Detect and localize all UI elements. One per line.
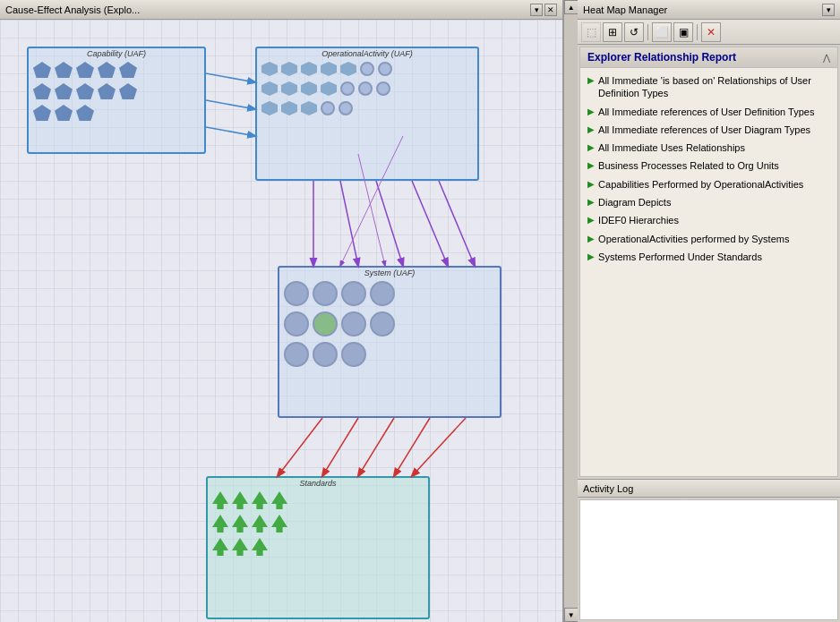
diagram-title-bar: Cause-Effect Analysis (Explo... ▾ ✕ — [0, 0, 562, 20]
shape — [55, 83, 73, 99]
shape — [358, 81, 373, 96]
tree-shape — [252, 515, 268, 533]
tree-shape — [252, 491, 268, 509]
capability-shapes-row2 — [29, 81, 204, 102]
shape — [284, 281, 309, 306]
scroll-down-button[interactable]: ▼ — [564, 608, 579, 622]
shape — [284, 342, 309, 367]
play-icon-4: ▶ — [587, 142, 595, 152]
explorer-panel: Explorer Relationship Report ⋀ ▶ All Imm… — [579, 47, 838, 477]
tree-shape — [271, 515, 287, 533]
svg-line-6 — [412, 181, 448, 266]
explorer-collapse-button[interactable]: ⋀ — [823, 53, 830, 63]
shape — [281, 101, 297, 115]
explorer-header: Explorer Relationship Report ⋀ — [580, 47, 837, 68]
shape — [33, 83, 51, 99]
explorer-item-text-10: Systems Performed Under Standards — [598, 251, 762, 263]
right-panel: Heat Map Manager ▾ ⬚ ⊞ ↺ ⬜ ▣ ✕ Explorer … — [578, 0, 840, 622]
shape — [321, 62, 337, 76]
svg-line-12 — [358, 418, 394, 476]
explorer-item-5[interactable]: ▶ Business Processes Related to Org Unit… — [580, 157, 837, 175]
explorer-list: ▶ All Immediate 'is based on' Relationsh… — [580, 68, 837, 269]
sys-shapes-row3 — [279, 339, 500, 370]
close-button[interactable]: ✕ — [544, 4, 557, 16]
svg-line-1 — [206, 100, 255, 109]
toolbar-btn-2[interactable]: ⊞ — [603, 22, 622, 42]
shape — [76, 83, 94, 99]
shape — [281, 81, 297, 96]
std-shapes-row1 — [208, 489, 428, 512]
op-shapes-row3 — [257, 98, 477, 118]
shape — [33, 105, 51, 121]
shape — [313, 281, 338, 306]
play-icon-1: ▶ — [587, 75, 595, 85]
explorer-item-text-8: IDEF0 Hierarchies — [598, 214, 679, 226]
diagram-scrollbar[interactable]: ▲ ▼ — [563, 0, 578, 622]
svg-line-13 — [394, 418, 430, 476]
svg-line-4 — [340, 181, 358, 266]
shape — [119, 83, 137, 99]
explorer-item-text-9: OperationalActivities performed by Syste… — [598, 233, 789, 245]
toolbar-sep-1 — [647, 24, 648, 40]
toolbar-btn-delete[interactable]: ✕ — [701, 22, 721, 42]
shape — [370, 311, 395, 337]
capability-node[interactable]: Capability (UAF) — [27, 47, 206, 154]
explorer-item-10[interactable]: ▶ Systems Performed Under Standards — [580, 248, 837, 266]
shape — [301, 81, 317, 96]
shape — [76, 105, 94, 121]
right-title-bar: Heat Map Manager ▾ — [578, 0, 840, 20]
explorer-item-text-4: All Immediate Uses Relationships — [598, 141, 745, 154]
svg-line-5 — [376, 181, 403, 266]
toolbar-sep-2 — [697, 24, 698, 40]
explorer-item-9[interactable]: ▶ OperationalActivities performed by Sys… — [580, 230, 837, 248]
operational-activity-node[interactable]: OperationalActivity (UAF) — [255, 47, 479, 181]
right-pin-button[interactable]: ▾ — [822, 4, 835, 16]
operational-activity-title: OperationalActivity (UAF) — [257, 48, 477, 59]
shape — [313, 311, 338, 337]
explorer-item-6[interactable]: ▶ Capabilities Performed by OperationalA… — [580, 175, 837, 193]
svg-line-2 — [206, 127, 255, 136]
heatmap-toolbar: ⬚ ⊞ ↺ ⬜ ▣ ✕ — [578, 20, 840, 45]
std-shapes-row2 — [208, 512, 428, 535]
svg-line-0 — [206, 73, 255, 82]
tree-shape — [212, 491, 228, 509]
shape — [376, 81, 390, 96]
explorer-item-2[interactable]: ▶ All Immediate references of User Defin… — [580, 103, 837, 121]
standards-node[interactable]: Standards — [206, 476, 430, 619]
explorer-item-text-2: All Immediate references of User Definit… — [598, 106, 814, 118]
tree-shape — [271, 491, 287, 509]
toolbar-btn-5[interactable]: ▣ — [673, 22, 693, 42]
op-shapes-row1 — [257, 59, 477, 79]
tree-shape — [212, 515, 228, 533]
activity-log-title: Activity Log — [583, 483, 633, 494]
explorer-item-text-6: Capabilities Performed by OperationalAct… — [598, 178, 803, 191]
explorer-item-3[interactable]: ▶ All Immediate references of User Diagr… — [580, 121, 837, 139]
tree-shape — [232, 515, 248, 533]
tree-shape — [212, 538, 228, 556]
shape — [340, 81, 355, 96]
explorer-item-1[interactable]: ▶ All Immediate 'is based on' Relationsh… — [580, 72, 837, 103]
explorer-item-8[interactable]: ▶ IDEF0 Hierarchies — [580, 211, 837, 229]
sys-shapes-row2 — [279, 309, 500, 339]
explorer-item-4[interactable]: ▶ All Immediate Uses Relationships — [580, 139, 837, 157]
capability-shapes-row3 — [29, 102, 204, 124]
explorer-item-7[interactable]: ▶ Diagram Depicts — [580, 193, 837, 211]
svg-line-10 — [278, 418, 322, 476]
system-node[interactable]: System (UAF) — [278, 266, 501, 418]
std-shapes-row3 — [208, 535, 428, 558]
explorer-item-text-7: Diagram Depicts — [598, 196, 671, 209]
toolbar-btn-3[interactable]: ↺ — [624, 22, 644, 42]
left-panel: Cause-Effect Analysis (Explo... ▾ ✕ Capa… — [0, 0, 563, 622]
scroll-up-button[interactable]: ▲ — [564, 0, 579, 14]
shape — [98, 83, 116, 99]
play-icon-5: ▶ — [587, 160, 595, 170]
explorer-item-text-5: Business Processes Related to Org Units — [598, 159, 779, 172]
shape — [76, 62, 94, 78]
toolbar-btn-4[interactable]: ⬜ — [652, 22, 672, 42]
toolbar-btn-1[interactable]: ⬚ — [581, 22, 601, 42]
capability-title: Capability (UAF) — [29, 48, 204, 59]
pin-button[interactable]: ▾ — [530, 4, 543, 16]
shape — [261, 81, 278, 96]
shape — [341, 311, 366, 337]
shape — [321, 81, 337, 96]
